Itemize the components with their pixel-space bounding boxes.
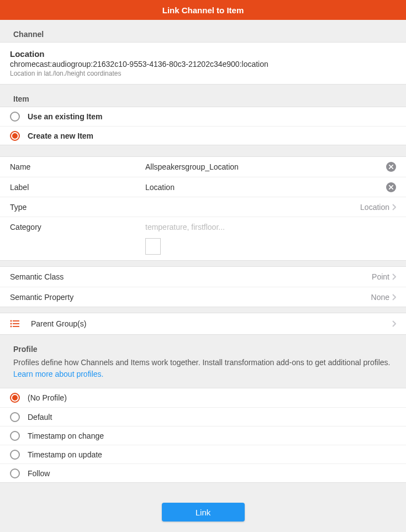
form-row-name: Name [0, 157, 406, 177]
radio-icon [10, 450, 20, 460]
item-section-label: Item [0, 85, 406, 107]
form-label-name: Name [10, 162, 145, 171]
chevron-right-icon [392, 294, 396, 301]
form-label-type: Type [10, 203, 145, 212]
profile-option-label: Default [28, 413, 396, 422]
parent-groups-label: Parent Group(s) [31, 319, 392, 328]
profile-option-label: Timestamp on update [28, 450, 396, 459]
channel-card: Location chromecast:audiogroup:21632c10-… [0, 42, 406, 85]
profile-option-timestamp-change[interactable]: Timestamp on change [0, 426, 406, 445]
profile-option-none[interactable]: (No Profile) [0, 388, 406, 407]
channel-title: Location [10, 49, 396, 59]
chevron-right-icon [392, 204, 396, 210]
profile-option-timestamp-update[interactable]: Timestamp on update [0, 445, 406, 463]
close-icon [389, 165, 393, 169]
chevron-right-icon [392, 320, 396, 327]
item-choice-list: Use an existing Item Create a new Item [0, 107, 406, 145]
chevron-right-icon [392, 273, 396, 280]
close-icon [389, 185, 393, 189]
profile-option-label: Timestamp on change [28, 431, 396, 440]
svg-point-4 [10, 326, 12, 328]
type-value: Location [360, 203, 389, 212]
form-row-label: Label [0, 177, 406, 197]
form-label-label: Label [10, 183, 145, 192]
category-input[interactable] [145, 223, 396, 236]
channel-uid: chromecast:audiogroup:21632c10-9553-4136… [10, 60, 396, 69]
svg-point-0 [10, 320, 12, 322]
profile-option-follow[interactable]: Follow [0, 463, 406, 482]
radio-icon [10, 131, 20, 141]
item-choice-label: Create a new Item [28, 131, 396, 140]
profile-option-list: (No Profile) Default Timestamp on change… [0, 388, 406, 483]
item-choice-existing[interactable]: Use an existing Item [0, 107, 406, 126]
semantic-property-value: None [371, 293, 389, 302]
profile-option-label: Follow [28, 469, 396, 478]
semantic-class-value: Point [372, 272, 389, 281]
form-label-semantic-class: Semantic Class [10, 272, 372, 281]
name-input[interactable] [145, 158, 396, 176]
profile-description: Profiles define how Channels and Items w… [0, 357, 406, 388]
svg-point-2 [10, 323, 12, 325]
form-row-semantic-class[interactable]: Semantic Class Point [0, 267, 406, 287]
list-icon [10, 320, 25, 328]
learn-more-link[interactable]: Learn more about profiles. [13, 370, 103, 378]
item-form: Name Label Type Location Category [0, 156, 406, 261]
radio-icon [10, 468, 20, 478]
radio-icon [10, 112, 20, 122]
form-label-semantic-property: Semantic Property [10, 293, 371, 302]
clear-label-button[interactable] [386, 182, 396, 192]
form-label-category: Category [10, 223, 145, 231]
label-input[interactable] [145, 178, 396, 196]
clear-name-button[interactable] [386, 162, 396, 172]
radio-icon [10, 393, 20, 403]
channel-description: Location in lat./lon./height coordinates [10, 70, 396, 77]
profile-option-default[interactable]: Default [0, 407, 406, 426]
dialog-title: Link Channel to Item [162, 6, 244, 15]
item-choice-create[interactable]: Create a new Item [0, 126, 406, 145]
parent-groups-row[interactable]: Parent Group(s) [0, 313, 406, 335]
semantic-form: Semantic Class Point Semantic Property N… [0, 266, 406, 307]
profile-option-label: (No Profile) [28, 393, 396, 402]
form-row-semantic-property[interactable]: Semantic Property None [0, 287, 406, 307]
channel-section-label: Channel [0, 20, 406, 42]
action-bar: Link [0, 483, 406, 532]
category-preview-box [145, 238, 161, 255]
form-row-category: Category [0, 217, 406, 260]
svg-rect-3 [13, 323, 19, 324]
item-choice-label: Use an existing Item [28, 112, 396, 121]
profile-section-label: Profile [0, 335, 406, 357]
link-button[interactable]: Link [162, 503, 245, 522]
radio-icon [10, 412, 20, 422]
svg-rect-1 [13, 320, 19, 322]
dialog-header: Link Channel to Item [0, 0, 406, 20]
svg-rect-5 [13, 326, 19, 327]
radio-icon [10, 431, 20, 441]
form-row-type[interactable]: Type Location [0, 197, 406, 217]
